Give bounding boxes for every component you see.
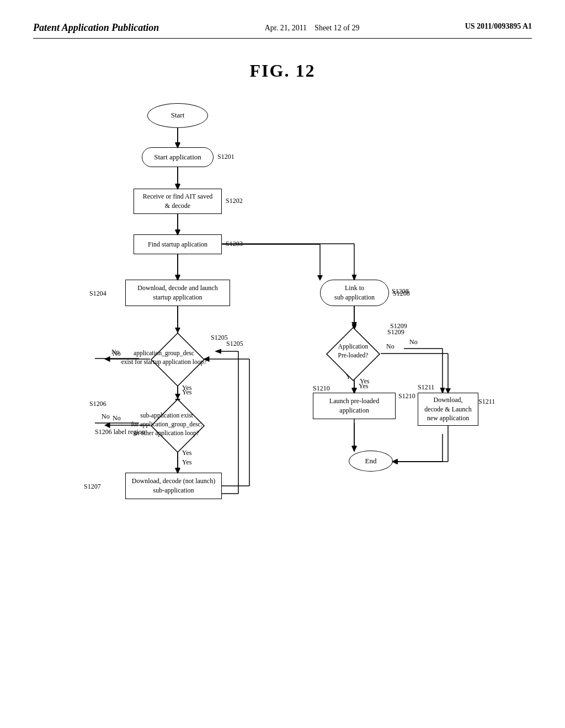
svg-text:S1205: S1205 [226,340,243,347]
label-s1211: S1211 [418,383,434,392]
label-s1208: S1208 [393,290,410,298]
label-s1207: S1207 [84,483,101,491]
node-s1206-text: sub-application existfor application_gro… [89,411,244,437]
node-end: End [349,451,393,472]
label-s1210: S1210 [313,384,330,393]
page: Patent Application Publication Apr. 21, … [0,0,565,728]
node-s1201: Start application [142,147,214,167]
flowchart-container: No No No Yes Yes [62,98,503,649]
label-s1206: S1206 [89,400,106,408]
node-s1209-text: ApplicationPre-loaded? [320,342,386,360]
diagram-title: FIG. 12 [33,61,532,81]
svg-text:Yes: Yes [359,382,369,390]
flowchart-arrows-2: No Yes No Yes S1209 S1208 Yes [62,98,503,649]
node-start: Start [147,103,208,128]
label-s1205: S1205 [211,334,228,342]
node-s1210: Launch pre-loadedapplication [313,393,396,419]
label-s1209: S1209 [387,328,404,336]
node-s1204: Download, decode and launchstartup appli… [125,280,230,306]
header-patent-number: US 2011/0093895 A1 [465,22,532,31]
label-s1204: S1204 [89,290,106,298]
node-s1208: Link tosub application [320,280,389,306]
svg-text:S1211: S1211 [478,398,495,405]
label-s1203: S1203 [226,240,243,248]
svg-text:No: No [386,342,395,350]
header-publication-label: Patent Application Publication [33,22,159,34]
label-s1202: S1202 [226,197,243,205]
svg-text:S1210: S1210 [398,392,415,400]
node-s1202: Receive or find AIT saved& decode [134,189,222,214]
node-s1207: Download, decode (not launch)sub-applica… [125,473,222,499]
label-s1201: S1201 [217,153,234,161]
svg-text:No: No [409,338,418,346]
node-s1203: Find startup aplication [134,234,222,254]
svg-text:Yes: Yes [182,388,192,396]
svg-text:Yes: Yes [182,458,192,466]
node-s1211: Download,decode & Launchnew application [418,393,478,426]
node-s1205-text: application_group_descexist for startup … [95,349,233,366]
header: Patent Application Publication Apr. 21, … [33,22,532,39]
flowchart-arrows: No No No Yes Yes [62,98,503,649]
header-date-sheet: Apr. 21, 2011 Sheet 12 of 29 [265,22,360,34]
